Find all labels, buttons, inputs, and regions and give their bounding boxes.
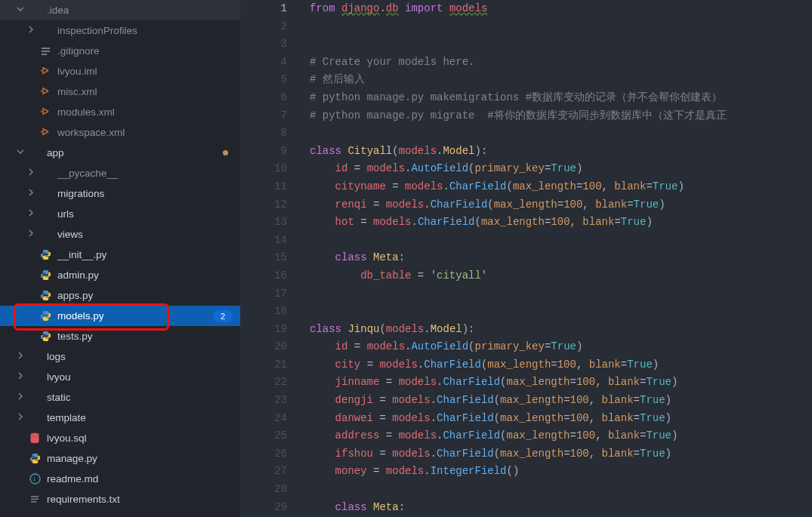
tree-folder-migrations[interactable]: migrations [0, 183, 240, 204]
code-line[interactable]: city = models.CharField(max_length=100, … [310, 356, 812, 374]
code-line[interactable] [310, 481, 812, 499]
tree-file-misc.xml[interactable]: ᐒmisc.xml [0, 82, 240, 102]
code-token: address [335, 429, 380, 442]
chevron-right-icon[interactable] [15, 372, 26, 383]
code-line[interactable]: class Meta: [310, 249, 812, 267]
code-line[interactable]: address = models.CharField(max_length=10… [310, 427, 812, 445]
chevron-right-icon[interactable] [15, 413, 26, 423]
chevron-right-icon[interactable] [26, 209, 36, 220]
code-line[interactable]: from django.db import models [310, 0, 812, 18]
code-line[interactable]: db_table = 'cityall' [310, 267, 812, 285]
code-line[interactable]: renqi = models.CharField(max_length=100,… [310, 196, 812, 214]
code-line[interactable] [310, 285, 812, 303]
code-line[interactable]: hot = models.CharField(max_length=100, b… [310, 214, 812, 232]
code-line[interactable]: # python manage.py migrate #将你的数据库变动同步到数… [310, 107, 812, 125]
code-token [360, 340, 366, 352]
code-line[interactable]: class Meta: [310, 499, 812, 517]
tree-file-models.py[interactable]: models.py2 [0, 306, 240, 326]
code-line[interactable]: # 然后输入 [310, 71, 812, 89]
code-token: . [379, 2, 385, 14]
code-token: blank [589, 359, 621, 371]
tree-file-requirements.txt[interactable]: requirements.txt [0, 489, 240, 509]
code-token: = [634, 448, 640, 460]
tree-file-readme.md[interactable]: ireadme.md [0, 469, 240, 489]
tree-file-lvyou.iml[interactable]: ᐒlvyou.iml [0, 61, 240, 82]
chevron-right-icon[interactable] [26, 26, 36, 36]
tree-folder-app[interactable]: app [0, 143, 240, 163]
file-explorer[interactable]: .ideainspectionProfiles.gitignoreᐒlvyou.… [0, 0, 240, 517]
tree-file-.gitignore[interactable]: .gitignore [0, 41, 240, 61]
code-line[interactable] [310, 35, 812, 54]
chevron-right-icon[interactable] [26, 168, 36, 179]
tree-folder-logs[interactable]: logs [0, 346, 240, 367]
line-number: 15 [240, 249, 287, 267]
tree-folder-__pycache__[interactable]: __pycache__ [0, 163, 240, 183]
code-token: . [443, 180, 449, 192]
tree-file-admin.py[interactable]: admin.py [0, 265, 240, 285]
code-line[interactable]: ifshou = models.CharField(max_length=100… [310, 445, 812, 463]
tree-folder-static[interactable]: static [0, 387, 240, 408]
xml-icon: ᐒ [39, 127, 51, 139]
code-line[interactable]: # python manage.py makemigrations #数据库变动… [310, 89, 812, 107]
line-number: 10 [240, 160, 287, 178]
code-token [424, 269, 430, 282]
code-content[interactable]: from django.db import models# Create you… [304, 0, 812, 517]
tree-file-__init__.py[interactable]: __init__.py [0, 245, 240, 265]
folder-icon [29, 392, 41, 404]
chevron-right-icon[interactable] [15, 352, 26, 362]
chevron-down-icon[interactable] [15, 5, 26, 16]
folder-icon [39, 168, 51, 180]
code-line[interactable]: id = models.AutoField(primary_key=True) [310, 160, 812, 178]
code-token: ( [507, 180, 513, 192]
xml-icon: ᐒ [39, 66, 51, 78]
code-token [310, 180, 335, 192]
chevron-right-icon[interactable] [26, 229, 36, 240]
code-token: ifshou [335, 448, 373, 460]
code-editor[interactable]: 1234567891011121314151617181920212223242… [240, 0, 812, 517]
code-line[interactable]: money = models.IntegerField() [310, 463, 812, 481]
code-line[interactable]: jinname = models.CharField(max_length=10… [310, 374, 812, 392]
code-line[interactable]: class Jinqu(models.Model): [310, 321, 812, 339]
code-token: models [367, 162, 405, 174]
code-line[interactable] [310, 232, 812, 250]
code-line[interactable]: dengji = models.CharField(max_length=100… [310, 392, 812, 410]
code-token: id [335, 340, 348, 352]
code-line[interactable]: id = models.AutoField(primary_key=True) [310, 338, 812, 356]
code-token: : [399, 251, 405, 263]
tree-folder-views[interactable]: views [0, 224, 240, 245]
code-line[interactable] [310, 303, 812, 321]
tree-folder-template[interactable]: template [0, 408, 240, 428]
tree-file-lvyou.sql[interactable]: lvyou.sql [0, 428, 240, 448]
tree-file-manage.py[interactable]: manage.py [0, 448, 240, 469]
code-token [310, 394, 335, 406]
code-token: ) [672, 376, 678, 388]
code-token: primary_key [475, 162, 545, 174]
code-token: models [386, 323, 424, 335]
code-line[interactable]: class Cityall(models.Model): [310, 143, 812, 161]
code-token: 100 [576, 376, 595, 388]
gitignore-icon [39, 45, 51, 57]
tree-file-apps.py[interactable]: apps.py [0, 285, 240, 306]
code-line[interactable] [310, 18, 812, 36]
code-token: 100 [570, 412, 589, 424]
tree-folder-inspectionProfiles[interactable]: inspectionProfiles [0, 20, 240, 41]
code-line[interactable]: # Create your models here. [310, 54, 812, 72]
tree-folder-.idea[interactable]: .idea [0, 0, 240, 20]
line-number: 18 [240, 303, 287, 321]
code-token: Cityall [347, 145, 392, 157]
chevron-right-icon[interactable] [26, 189, 36, 199]
python-icon [29, 453, 41, 465]
line-number: 27 [240, 463, 287, 481]
tree-folder-lvyou[interactable]: lvyou [0, 367, 240, 387]
tree-file-modules.xml[interactable]: ᐒmodules.xml [0, 102, 240, 122]
code-line[interactable]: cityname = models.CharField(max_length=1… [310, 178, 812, 196]
chevron-down-icon[interactable] [15, 148, 26, 158]
code-token: : [399, 501, 405, 513]
svg-text:ᐒ: ᐒ [40, 66, 49, 76]
code-line[interactable] [310, 125, 812, 143]
tree-file-workspace.xml[interactable]: ᐒworkspace.xml [0, 122, 240, 143]
chevron-right-icon[interactable] [15, 392, 26, 403]
code-line[interactable]: danwei = models.CharField(max_length=100… [310, 410, 812, 428]
tree-folder-urls[interactable]: urls [0, 204, 240, 224]
tree-file-tests.py[interactable]: tests.py [0, 326, 240, 346]
